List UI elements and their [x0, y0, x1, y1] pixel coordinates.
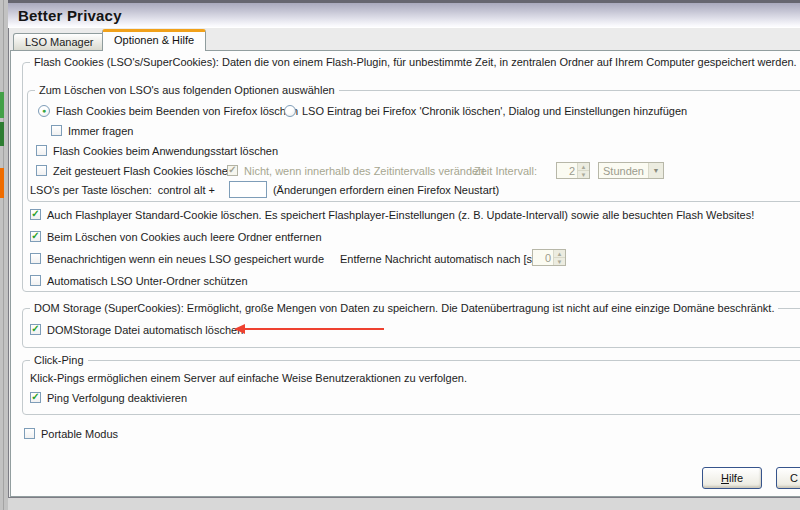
- close-button-partial[interactable]: C: [776, 467, 800, 489]
- tab-options-help[interactable]: Optionen & Hilfe: [102, 29, 206, 51]
- checkbox-timed-delete-label[interactable]: Zeit gesteuert Flash Cookies löschen: [53, 165, 234, 177]
- notify-spinner-buttons: ▲ ▼: [553, 250, 565, 265]
- checkbox-row-timed-delete: Zeit gesteuert Flash Cookies löschen: [36, 163, 234, 178]
- arrow-shaft: [242, 328, 384, 330]
- checkbox-row-not-if-modified: ✓ Nicht, wenn innerhalb des Zeitinterval…: [227, 163, 485, 178]
- radio-history-entry-label[interactable]: LSO Eintrag bei Firefox 'Chronik löschen…: [302, 105, 687, 117]
- radio-history-entry[interactable]: [284, 105, 296, 117]
- check-icon: ✓: [228, 165, 236, 175]
- checkbox-row-always-ask: Immer fragen: [51, 123, 133, 138]
- interval-value: 2: [557, 163, 577, 178]
- checkbox-protect-subfolders[interactable]: [30, 275, 41, 286]
- checkbox-row-protect-subfolders: Automatisch LSO Unter-Ordner schützen: [30, 273, 248, 288]
- checkbox-row-remove-empty-folders: ✓ Beim Löschen von Cookies auch leere Or…: [30, 229, 322, 244]
- help-button[interactable]: Hilfe: [702, 467, 762, 489]
- check-icon: ✓: [31, 231, 39, 241]
- click-ping-description: Klick-Pings ermöglichen einem Server auf…: [30, 372, 467, 384]
- checkbox-domstorage-auto-delete-label[interactable]: DOMStorage Datei automatisch löschen: [47, 324, 243, 336]
- background-accent-green-dark: [0, 122, 4, 146]
- background-window-border: [3, 0, 4, 510]
- checkbox-domstorage-auto-delete[interactable]: ✓: [30, 324, 41, 335]
- checkbox-disable-ping[interactable]: ✓: [30, 392, 41, 403]
- checkbox-delete-default-cookie[interactable]: ✓: [30, 209, 41, 220]
- checkbox-delete-default-cookie-label[interactable]: Auch Flashplayer Standard-Cookie löschen…: [47, 209, 754, 221]
- delete-options-group-legend: Zum Löschen von LSO's aus folgenden Opti…: [35, 84, 339, 96]
- dom-storage-group-legend: DOM Storage (SuperCookies): Ermöglicht, …: [30, 302, 778, 314]
- spinner-up-icon: ▲: [554, 250, 565, 258]
- interval-unit-value: Stunden: [599, 165, 648, 177]
- check-icon: ✓: [31, 324, 39, 334]
- interval-spinner: 2 ▲ ▼: [556, 162, 590, 179]
- notify-auto-remove-label: Entferne Nachricht automatisch nach [s]: [340, 253, 535, 265]
- hotkey-row: LSO's per Taste löschen: control alt + (…: [30, 182, 499, 197]
- spinner-down-icon: ▼: [554, 258, 565, 265]
- tab-lso-manager[interactable]: LSO Manager: [13, 33, 105, 50]
- spinner-up-icon: ▲: [578, 163, 589, 171]
- checkbox-row-notify-new-lso: Benachrichtigen wenn ein neues LSO gespe…: [30, 251, 535, 266]
- checkbox-delete-on-startup[interactable]: [36, 145, 47, 156]
- annotation-arrow: [234, 323, 384, 335]
- radio-delete-on-exit-label[interactable]: Flash Cookies beim Beenden von Firefox l…: [56, 105, 298, 117]
- notify-auto-remove-spinner: 0 ▲ ▼: [532, 249, 566, 266]
- checkbox-row-delete-default-cookie: ✓ Auch Flashplayer Standard-Cookie lösch…: [30, 207, 754, 222]
- background-window-edge: [0, 0, 8, 510]
- checkbox-delete-on-startup-label[interactable]: Flash Cookies beim Anwendungsstart lösch…: [53, 145, 278, 157]
- notify-auto-remove-value: 0: [533, 250, 553, 265]
- check-icon: ✓: [31, 392, 39, 402]
- click-ping-group: Click-Ping: [22, 360, 800, 415]
- dropdown-arrow-icon: ▼: [648, 163, 663, 178]
- hotkey-prefix: control alt +: [158, 184, 215, 196]
- checkbox-notify-new-lso-label[interactable]: Benachrichtigen wenn ein neues LSO gespe…: [47, 253, 324, 265]
- radio-row-history-entry: LSO Eintrag bei Firefox 'Chronik löschen…: [284, 103, 687, 118]
- click-ping-group-legend: Click-Ping: [30, 354, 88, 366]
- interval-unit-dropdown: Stunden ▼: [598, 162, 664, 179]
- titlebar: Better Privacy: [8, 3, 800, 28]
- checkbox-notify-new-lso[interactable]: [30, 253, 41, 264]
- checkbox-protect-subfolders-label[interactable]: Automatisch LSO Unter-Ordner schützen: [47, 275, 248, 287]
- checkbox-timed-delete[interactable]: [36, 165, 47, 176]
- radio-dot-icon: ●: [42, 107, 46, 114]
- checkbox-row-domstorage-auto-delete: ✓ DOMStorage Datei automatisch löschen: [30, 322, 243, 337]
- checkbox-not-if-modified: ✓: [227, 165, 238, 176]
- checkbox-always-ask[interactable]: [51, 125, 62, 136]
- radio-delete-on-exit[interactable]: ●: [38, 105, 50, 117]
- checkbox-portable-mode[interactable]: [24, 428, 35, 439]
- click-ping-description-row: Klick-Pings ermöglichen einem Server auf…: [30, 370, 467, 385]
- checkbox-always-ask-label[interactable]: Immer fragen: [68, 125, 133, 137]
- interval-spinner-buttons: ▲ ▼: [577, 163, 589, 178]
- checkbox-row-portable-mode: Portable Modus: [24, 426, 118, 441]
- checkbox-portable-mode-label[interactable]: Portable Modus: [41, 428, 118, 440]
- check-icon: ✓: [31, 209, 39, 219]
- help-button-label: Hilfe: [721, 472, 743, 484]
- checkbox-disable-ping-label[interactable]: Ping Verfolgung deaktivieren: [47, 392, 187, 404]
- hotkey-input[interactable]: [229, 181, 267, 198]
- window-title: Better Privacy: [8, 7, 122, 24]
- checkbox-remove-empty-folders-label[interactable]: Beim Löschen von Cookies auch leere Ordn…: [47, 231, 322, 243]
- background-accent-orange: [0, 168, 4, 198]
- radio-row-delete-on-exit: ● Flash Cookies beim Beenden von Firefox…: [38, 103, 298, 118]
- flash-cookies-group-legend: Flash Cookies (LSO's/SuperCookies): Date…: [30, 56, 800, 68]
- background-accent-green: [0, 92, 4, 118]
- checkbox-not-if-modified-label: Nicht, wenn innerhalb des Zeitintervalls…: [244, 165, 485, 177]
- interval-label-row: Zeit Intervall:: [474, 163, 537, 178]
- hotkey-note: (Änderungen erfordern einen Firefox Neus…: [273, 184, 499, 196]
- close-button-partial-label: C: [790, 472, 798, 484]
- interval-label: Zeit Intervall:: [474, 165, 537, 177]
- checkbox-row-delete-on-startup: Flash Cookies beim Anwendungsstart lösch…: [36, 143, 278, 158]
- hotkey-label: LSO's per Taste löschen:: [30, 184, 152, 196]
- checkbox-row-disable-ping: ✓ Ping Verfolgung deaktivieren: [30, 390, 187, 405]
- checkbox-remove-empty-folders[interactable]: ✓: [30, 231, 41, 242]
- spinner-down-icon: ▼: [578, 171, 589, 178]
